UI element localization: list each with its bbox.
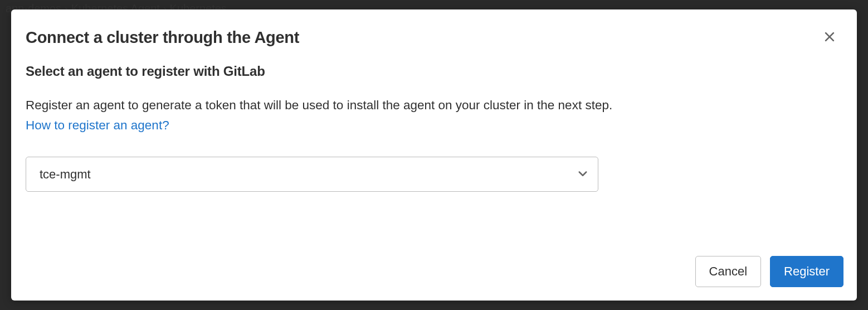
connect-cluster-modal: Connect a cluster through the Agent Sele… [11, 9, 857, 301]
modal-body: Select an agent to register with GitLab … [11, 47, 857, 246]
agent-dropdown: tce-mgmt [26, 157, 598, 192]
register-button[interactable]: Register [770, 256, 843, 287]
agent-dropdown-selected: tce-mgmt [40, 167, 91, 182]
cancel-button[interactable]: Cancel [695, 256, 761, 287]
close-button[interactable] [821, 28, 838, 47]
help-link[interactable]: How to register an agent? [26, 115, 169, 135]
modal-subtitle: Select an agent to register with GitLab [26, 64, 842, 79]
modal-title: Connect a cluster through the Agent [26, 28, 299, 47]
modal-footer: Cancel Register [11, 246, 857, 301]
modal-header: Connect a cluster through the Agent [11, 9, 857, 47]
agent-dropdown-button[interactable]: tce-mgmt [26, 157, 598, 192]
close-icon [823, 31, 836, 45]
modal-description: Register an agent to generate a token th… [26, 95, 842, 115]
